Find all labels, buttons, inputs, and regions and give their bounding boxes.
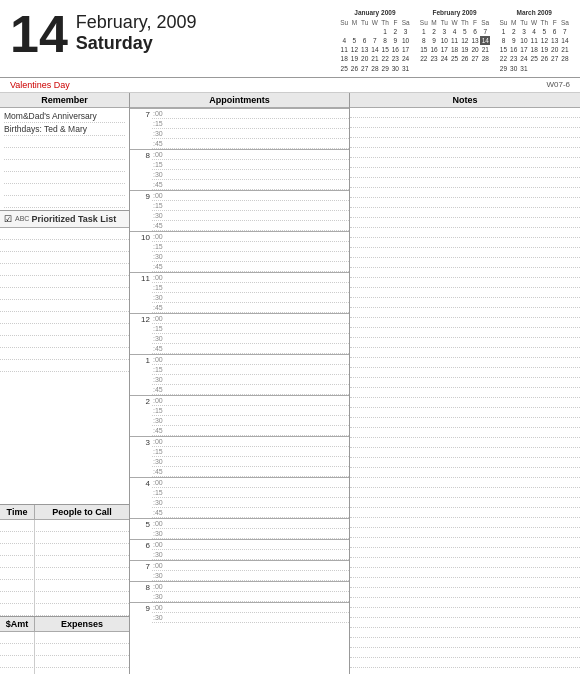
quarter-label: :15 — [152, 489, 163, 496]
task-line — [0, 264, 129, 276]
hour-block: 9:00:30 — [130, 602, 349, 623]
quarter-slot: :45 — [152, 508, 349, 518]
hour-block: 11:00:15:30:45 — [130, 272, 349, 313]
hour-label: 3 — [130, 437, 152, 477]
quarter-slot: :15 — [152, 447, 349, 457]
note-line — [350, 578, 580, 588]
note-line — [350, 368, 580, 378]
quarter-label: :00 — [152, 520, 163, 527]
quarter-label: :30 — [152, 335, 163, 342]
hour-label: 2 — [130, 396, 152, 436]
quarter-slot: :30 — [152, 571, 349, 581]
quarter-slot: :30 — [152, 334, 349, 344]
quarter-slot: :00 — [152, 478, 349, 488]
quarter-label: :00 — [152, 151, 163, 158]
quarter-slot: :45 — [152, 385, 349, 395]
quarter-label: :15 — [152, 243, 163, 250]
note-line — [350, 498, 580, 508]
quarter-slot: :45 — [152, 262, 349, 272]
quarter-slot: :30 — [152, 529, 349, 539]
hour-block: 7:00:15:30:45 — [130, 108, 349, 149]
quarter-label: :30 — [152, 551, 163, 558]
time-slot-lines: :00:15:30:45 — [152, 314, 349, 354]
time-slot-lines: :00:15:30:45 — [152, 437, 349, 477]
jan-table: SuMTuWThFSa 123 45678910 11121314151617 … — [339, 18, 411, 73]
note-line — [350, 268, 580, 278]
feb-table: SuMTuWThFSa 1234567 891011121314 1516171… — [419, 18, 491, 63]
note-line — [350, 118, 580, 128]
task-line — [0, 312, 129, 324]
quarter-slot: :45 — [152, 139, 349, 149]
mini-calendars: January 2009 SuMTuWThFSa 123 45678910 11… — [339, 8, 570, 73]
people-row — [0, 592, 129, 604]
quarter-label: :30 — [152, 130, 163, 137]
remember-content: Mom&Dad's Anniversary Birthdays: Ted & M… — [0, 108, 129, 210]
quarter-label: :30 — [152, 593, 163, 600]
quarter-label: :30 — [152, 499, 163, 506]
note-line — [350, 568, 580, 578]
quarter-slot: :15 — [152, 283, 349, 293]
quarter-label: :45 — [152, 427, 163, 434]
quarter-slot: :30 — [152, 416, 349, 426]
quarter-slot: :00 — [152, 396, 349, 406]
expenses-header: $Amt Expenses — [0, 617, 129, 632]
hour-label: 1 — [130, 355, 152, 395]
quarter-label: :00 — [152, 562, 163, 569]
hour-label: 5 — [130, 519, 152, 539]
remember-item-5 — [4, 160, 125, 172]
quarter-slot: :00 — [152, 582, 349, 592]
quarter-label: :30 — [152, 294, 163, 301]
expenses-section: $Amt Expenses — [0, 617, 129, 674]
holiday-text: Valentines Day — [10, 80, 70, 90]
remember-header: Remember — [0, 93, 129, 108]
hour-block: 6:00:30 — [130, 539, 349, 560]
note-line — [350, 258, 580, 268]
quarter-slot: :00 — [152, 355, 349, 365]
quarter-label: :15 — [152, 366, 163, 373]
quarter-slot: :00 — [152, 437, 349, 447]
hour-block: 8:00:30 — [130, 581, 349, 602]
quarter-label: :45 — [152, 304, 163, 311]
people-row — [0, 532, 129, 544]
quarter-slot: :00 — [152, 314, 349, 324]
quarter-slot: :15 — [152, 324, 349, 334]
quarter-slot: :15 — [152, 365, 349, 375]
quarter-slot: :45 — [152, 344, 349, 354]
quarter-label: :30 — [152, 417, 163, 424]
note-line — [350, 618, 580, 628]
note-line — [350, 428, 580, 438]
note-line — [350, 438, 580, 448]
task-line — [0, 240, 129, 252]
note-line — [350, 188, 580, 198]
quarter-label: :30 — [152, 212, 163, 219]
people-section: Time People to Call — [0, 505, 129, 617]
remember-item-6 — [4, 172, 125, 184]
quarter-label: :15 — [152, 161, 163, 168]
note-line — [350, 158, 580, 168]
expenses-body — [0, 632, 129, 674]
note-line — [350, 608, 580, 618]
note-line — [350, 388, 580, 398]
month-year: February, 2009 — [76, 12, 197, 33]
note-line — [350, 308, 580, 318]
task-line — [0, 336, 129, 348]
note-line — [350, 228, 580, 238]
note-line — [350, 418, 580, 428]
quarter-slot: :30 — [152, 375, 349, 385]
quarter-label: :30 — [152, 458, 163, 465]
note-line — [350, 148, 580, 158]
quarter-slot: :15 — [152, 242, 349, 252]
remember-item-2: Birthdays: Ted & Mary — [4, 123, 125, 136]
quarter-label: :30 — [152, 171, 163, 178]
day-number: 14 — [10, 8, 68, 60]
quarter-slot: :00 — [152, 109, 349, 119]
header: 14 February, 2009 Saturday January 2009 … — [0, 0, 580, 78]
quarter-label: :45 — [152, 468, 163, 475]
main-body: Remember Mom&Dad's Anniversary Birthdays… — [0, 93, 580, 674]
expense-row — [0, 644, 129, 656]
hour-block: 12:00:15:30:45 — [130, 313, 349, 354]
quarter-slot: :30 — [152, 293, 349, 303]
note-line — [350, 378, 580, 388]
remember-item-7 — [4, 184, 125, 196]
hour-label: 4 — [130, 478, 152, 518]
